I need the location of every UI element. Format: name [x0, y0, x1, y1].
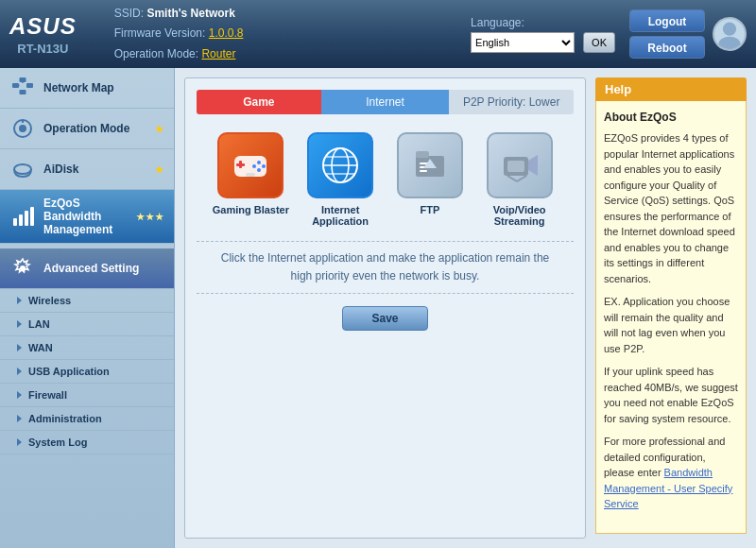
help-body2: EX. Application you choose will remain t… [604, 294, 738, 356]
main-panel: Game Internet P2P Priority: Lower [184, 77, 586, 539]
svg-line-41 [507, 176, 517, 181]
help-body1: EZQoS provides 4 types of popular Intern… [604, 130, 738, 286]
operation-link[interactable]: Router [201, 47, 235, 60]
sidebar-item-usb[interactable]: USB Application [0, 360, 174, 384]
operation-label: Operation Mode: [114, 47, 198, 60]
ftp-icon [397, 132, 463, 198]
svg-rect-2 [12, 83, 19, 88]
voip-video-label: Voip/Video Streaming [477, 204, 562, 227]
lang-label: Language: [471, 16, 524, 29]
logout-button[interactable]: Logout [629, 9, 705, 32]
sidebar-item-administration[interactable]: Administration [0, 407, 174, 431]
ssid-line: SSID: Smith's Network [114, 4, 471, 25]
sidebar-item-ezqos[interactable]: EzQoS Bandwidth Management ★★★ [0, 190, 174, 244]
network-map-icon [9, 75, 36, 101]
svg-rect-40 [507, 161, 524, 172]
voip-video-icon [487, 132, 553, 198]
wireless-arrow [17, 297, 22, 304]
header-buttons: Logout Reboot [629, 9, 705, 59]
lan-arrow [17, 320, 22, 328]
lang-area: Language: English Chinese Japanese Korea… [471, 16, 615, 53]
svg-rect-3 [26, 83, 33, 88]
ssid-label: SSID: [114, 7, 144, 20]
administration-label: Administration [28, 413, 102, 424]
avatar [713, 17, 747, 51]
ezqos-icon [9, 203, 36, 230]
sidebar-item-system-log[interactable]: System Log [0, 431, 174, 454]
firewall-arrow [17, 391, 22, 399]
help-title: Help [595, 77, 747, 101]
gaming-blaster-item[interactable]: Gaming Blaster [208, 132, 293, 215]
sidebar-item-operation-mode[interactable]: Operation Mode ★ [0, 109, 174, 149]
sidebar-item-lan[interactable]: LAN [0, 313, 174, 336]
svg-point-13 [14, 164, 31, 174]
reboot-button[interactable]: Reboot [629, 36, 705, 59]
sidebar-item-aidisk[interactable]: AiDisk ★ [0, 149, 174, 190]
wireless-label: Wireless [28, 295, 71, 306]
gaming-blaster-icon [217, 132, 284, 198]
svg-marker-39 [528, 155, 538, 176]
svg-rect-36 [420, 170, 427, 172]
operation-line: Operation Mode: Router [114, 44, 471, 65]
usb-arrow [17, 368, 22, 375]
aidisk-stars: ★ [155, 164, 164, 175]
help-panel: Help About EzQoS EZQoS provides 4 types … [595, 77, 747, 539]
sidebar-item-firewall[interactable]: Firewall [0, 384, 174, 407]
ftp-item[interactable]: FTP [387, 132, 472, 215]
internet-application-item[interactable]: Internet Application [298, 132, 383, 227]
help-subtitle: About EzQoS [604, 109, 738, 126]
aidisk-label: AiDisk [43, 163, 78, 176]
content-area: Game Internet P2P Priority: Lower [175, 68, 756, 548]
ok-button[interactable]: OK [583, 32, 615, 53]
svg-rect-17 [30, 207, 34, 226]
internet-application-label: Internet Application [298, 204, 383, 227]
voip-video-item[interactable]: Voip/Video Streaming [477, 132, 562, 227]
internet-application-icon [307, 132, 373, 198]
operation-mode-icon [9, 115, 36, 142]
header-info: SSID: Smith's Network Firmware Version: … [95, 4, 471, 65]
app-icons-container: Gaming Blaster Internet Application [197, 128, 574, 236]
aidisk-icon [9, 156, 36, 182]
system-log-label: System Log [28, 437, 87, 448]
main-layout: Network Map Operation Mode ★ AiDisk [0, 68, 756, 548]
wan-arrow [17, 344, 22, 351]
svg-point-1 [718, 37, 740, 49]
language-select[interactable]: English Chinese Japanese Korean French G… [471, 32, 575, 53]
operation-mode-label: Operation Mode [43, 122, 129, 135]
gaming-blaster-label: Gaming Blaster [213, 204, 289, 215]
firmware-link[interactable]: 1.0.0.8 [209, 26, 244, 40]
svg-line-42 [517, 176, 526, 181]
operation-mode-stars: ★ [155, 124, 164, 134]
svg-rect-5 [20, 90, 26, 94]
info-text: Click the Internet application and make … [197, 241, 574, 294]
save-button[interactable]: Save [342, 306, 427, 331]
svg-point-0 [723, 23, 736, 36]
qos-internet-segment: Internet [321, 90, 450, 114]
sidebar-item-network-map[interactable]: Network Map [0, 68, 174, 109]
firmware-label: Firmware Version: [114, 26, 206, 40]
firmware-line: Firmware Version: 1.0.0.8 [114, 24, 471, 44]
firewall-label: Firewall [28, 389, 67, 401]
ezqos-stars: ★★★ [136, 212, 164, 222]
administration-arrow [17, 415, 22, 422]
sidebar-item-advanced[interactable]: Advanced Setting [0, 248, 174, 289]
lan-label: LAN [28, 318, 50, 330]
svg-rect-33 [416, 151, 429, 158]
svg-point-25 [257, 168, 261, 172]
sidebar-item-wireless[interactable]: Wireless [0, 289, 174, 313]
svg-point-24 [252, 164, 256, 168]
svg-rect-4 [20, 77, 26, 82]
wan-label: WAN [28, 342, 53, 353]
logo-area: ASUS RT-N13U [9, 13, 77, 56]
svg-rect-21 [236, 163, 245, 166]
svg-point-11 [19, 125, 26, 132]
usb-label: USB Application [28, 366, 110, 377]
system-log-arrow [17, 438, 22, 446]
sidebar-item-wan[interactable]: WAN [0, 336, 174, 360]
model-name: RT-N13U [17, 42, 68, 56]
asus-logo: ASUS [9, 13, 77, 40]
ezqos-label: EzQoS Bandwidth Management [43, 197, 136, 236]
ftp-label: FTP [420, 204, 439, 215]
qos-p2p-segment: P2P Priority: Lower [449, 90, 574, 114]
network-map-label: Network Map [43, 81, 114, 94]
